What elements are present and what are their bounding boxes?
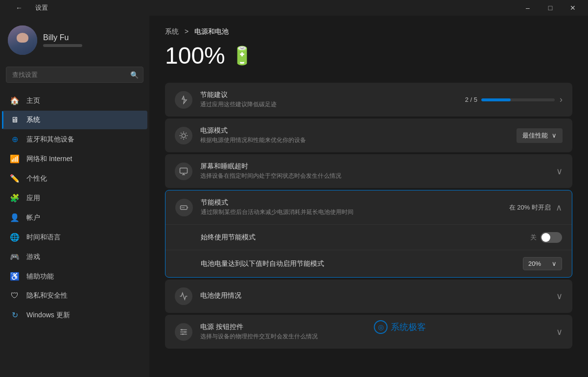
search-box: 🔍 (6, 67, 143, 83)
sidebar-item-apps-label: 应用 (26, 194, 40, 203)
sidebar-item-system[interactable]: 🖥 系统 (2, 111, 147, 129)
power-mode-card: 电源模式 根据电源使用情况和性能来优化你的设备 最佳性能 ∨ (165, 118, 572, 152)
user-info: Billy Fu (43, 33, 82, 47)
battery-icon: 🔋 (231, 46, 253, 66)
sidebar-item-privacy-label: 隐私和安全性 (26, 291, 68, 300)
battery-saver-desc: 通过限制某些后台活动来减少电源消耗并延长电池使用时间 (201, 208, 509, 216)
power-controls-text: 电源 按钮控件 选择与设备的物理控件交互时会发生什么情况 (200, 323, 556, 341)
personalization-icon: ✏️ (10, 174, 20, 183)
svg-point-7 (185, 331, 186, 332)
power-controls-icon (175, 323, 192, 341)
sidebar-item-bluetooth[interactable]: ⊕ 蓝牙和其他设备 (2, 130, 147, 149)
sidebar-item-gaming[interactable]: 🎮 游戏 (2, 247, 147, 266)
sidebar-item-personalization[interactable]: ✏️ 个性化 (2, 169, 147, 188)
sidebar-item-home-label: 主页 (26, 96, 40, 105)
window-title: 设置 (35, 3, 48, 12)
main-content: 系统 > 电源和电池 100% 🔋 节能建议 通过应用这些建议降低碳足迹 (149, 16, 588, 377)
toggle-thumb (541, 233, 550, 242)
energy-tips-row[interactable]: 节能建议 通过应用这些建议降低碳足迹 2 / 5 › (165, 83, 572, 117)
battery-usage-chevron[interactable]: ∨ (556, 291, 563, 302)
battery-saver-icon (175, 199, 193, 216)
gaming-icon: 🎮 (10, 252, 20, 261)
sidebar: Billy Fu 🔍 🏠 主页 🖥 系统 ⊕ 蓝牙和其他设备 📶 (0, 16, 149, 377)
always-on-row: 始终使用节能模式 关 (165, 225, 572, 250)
power-mode-desc: 根据电源使用情况和性能来优化你的设备 (200, 136, 517, 144)
system-icon: 🖥 (10, 116, 20, 124)
breadcrumb-arrow: > (185, 27, 188, 35)
battery-saver-header-row[interactable]: 节能模式 通过限制某些后台活动来减少电源消耗并延长电池使用时间 在 20% 时开… (165, 190, 572, 225)
energy-tips-icon (175, 91, 192, 109)
sidebar-nav: 🏠 主页 🖥 系统 ⊕ 蓝牙和其他设备 📶 网络和 Internet ✏️ 个性… (0, 91, 149, 325)
screen-sleep-action: ∨ (556, 166, 563, 177)
energy-tips-text: 节能建议 通过应用这些建议降低碳足迹 (200, 91, 465, 109)
energy-tips-title: 节能建议 (200, 91, 465, 99)
sidebar-item-windows-update-label: Windows 更新 (26, 311, 70, 320)
power-mode-icon (175, 127, 192, 144)
search-input[interactable] (6, 67, 143, 83)
toggle-off-label: 关 (530, 233, 537, 242)
sidebar-item-accessibility[interactable]: ♿ 辅助功能 (2, 267, 147, 286)
power-controls-chevron[interactable]: ∨ (556, 327, 563, 337)
time-icon: 🌐 (10, 233, 20, 242)
energy-tips-chevron[interactable]: › (560, 94, 563, 105)
battery-saver-text: 节能模式 通过限制某些后台活动来减少电源消耗并延长电池使用时间 (201, 198, 509, 216)
user-status-bar (43, 44, 82, 47)
power-controls-desc: 选择与设备的物理控件交互时会发生什么情况 (200, 332, 556, 341)
avatar (8, 25, 37, 55)
sidebar-item-time[interactable]: 🌐 时间和语言 (2, 228, 147, 247)
sidebar-item-gaming-label: 游戏 (26, 253, 40, 261)
power-mode-chevron-icon: ∨ (552, 132, 557, 139)
energy-tips-card: 节能建议 通过应用这些建议降低碳足迹 2 / 5 › (165, 83, 572, 117)
sidebar-item-network-label: 网络和 Internet (26, 155, 72, 164)
title-bar: ← 设置 – □ ✕ (0, 0, 588, 16)
power-mode-action: 最佳性能 ∨ (517, 128, 563, 143)
battery-percent: 100% (165, 42, 225, 69)
sidebar-item-windows-update[interactable]: ↻ Windows 更新 (2, 306, 147, 325)
battery-usage-text: 电池使用情况 (200, 291, 556, 301)
power-controls-row[interactable]: 电源 按钮控件 选择与设备的物理控件交互时会发生什么情况 ∨ (165, 315, 572, 349)
breadcrumb-current: 电源和电池 (194, 27, 229, 35)
power-mode-value: 最佳性能 (522, 131, 548, 140)
battery-saver-chevron[interactable]: ∧ (556, 202, 562, 213)
screen-sleep-card: 屏幕和睡眠超时 选择设备在指定时间内处于空闲状态时会发生什么情况 ∨ (165, 154, 572, 188)
breadcrumb: 系统 > 电源和电池 (165, 27, 572, 36)
always-on-label: 始终使用节能模式 (201, 233, 530, 242)
user-name: Billy Fu (43, 33, 82, 42)
power-mode-title: 电源模式 (200, 126, 517, 135)
close-button[interactable]: ✕ (562, 0, 584, 16)
sidebar-item-accounts[interactable]: 👤 帐户 (2, 208, 147, 227)
sidebar-item-privacy[interactable]: 🛡 隐私和安全性 (2, 286, 147, 305)
bluetooth-icon: ⊕ (10, 135, 20, 144)
auto-threshold-value: 20% (528, 260, 541, 267)
sidebar-item-accounts-label: 帐户 (26, 213, 40, 222)
auto-threshold-select[interactable]: 20% ∨ (523, 257, 562, 270)
auto-threshold-chevron: ∨ (552, 260, 557, 267)
sidebar-item-apps[interactable]: 🧩 应用 (2, 188, 147, 208)
progress-text: 2 / 5 (465, 96, 477, 103)
battery-saver-card: 节能模式 通过限制某些后台活动来减少电源消耗并延长电池使用时间 在 20% 时开… (165, 190, 572, 278)
minimize-button[interactable]: – (517, 0, 539, 16)
always-on-toggle[interactable] (541, 232, 562, 243)
svg-point-8 (182, 333, 184, 335)
sidebar-item-accessibility-label: 辅助功能 (26, 272, 54, 281)
back-button[interactable]: ← (8, 0, 30, 16)
screen-sleep-chevron[interactable]: ∨ (556, 166, 563, 177)
battery-section: 100% 🔋 (165, 42, 572, 69)
breadcrumb-parent: 系统 (165, 27, 179, 35)
power-mode-row[interactable]: 电源模式 根据电源使用情况和性能来优化你的设备 最佳性能 ∨ (165, 118, 572, 152)
windows-update-icon: ↻ (10, 310, 20, 320)
screen-sleep-row[interactable]: 屏幕和睡眠超时 选择设备在指定时间内处于空闲状态时会发生什么情况 ∨ (165, 154, 572, 188)
svg-point-0 (182, 134, 186, 138)
progress-bar (481, 98, 555, 101)
power-mode-dropdown[interactable]: 最佳性能 ∨ (517, 128, 563, 143)
sidebar-item-network[interactable]: 📶 网络和 Internet (2, 149, 147, 168)
sidebar-item-bluetooth-label: 蓝牙和其他设备 (26, 135, 74, 144)
power-controls-card: 电源 按钮控件 选择与设备的物理控件交互时会发生什么情况 ∨ (165, 315, 572, 349)
sidebar-item-time-label: 时间和语言 (26, 233, 61, 242)
battery-usage-row[interactable]: 电池使用情况 ∨ (165, 280, 572, 313)
battery-usage-action: ∨ (556, 291, 563, 302)
sidebar-item-home[interactable]: 🏠 主页 (2, 91, 147, 110)
home-icon: 🏠 (10, 96, 20, 105)
accounts-icon: 👤 (10, 213, 20, 222)
maximize-button[interactable]: □ (539, 0, 562, 16)
